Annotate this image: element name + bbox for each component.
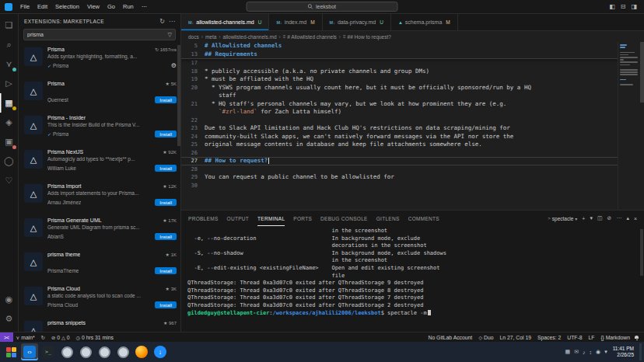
- tray-network-icon[interactable]: ↕: [590, 350, 593, 355]
- app-vscode[interactable]: ‹›: [21, 343, 38, 360]
- toggle-panel-icon[interactable]: ⊟: [621, 3, 626, 10]
- activity-manage[interactable]: ⚙: [0, 309, 19, 329]
- editor-line-5[interactable]: 5# Allowlisted channels: [181, 42, 618, 50]
- menu-edit[interactable]: Edit: [33, 3, 51, 10]
- editor-line-30[interactable]: 30: [181, 182, 618, 190]
- editor[interactable]: 1718* publicly accessible (a.k.a. no pri…: [181, 42, 644, 210]
- editor-line-wrap[interactable]: `#zrl-land` for Zach Latta himself): [181, 108, 618, 117]
- install-button[interactable]: Install: [155, 96, 177, 103]
- extension-prisma-nextjs[interactable]: △Prisma NextJS★ 92KAutomagicly add types…: [19, 145, 180, 179]
- tab-allowlisted-channels-md[interactable]: M↓allowlisted-channels.mdU: [181, 14, 269, 30]
- show-desktop-button[interactable]: [639, 343, 642, 360]
- install-button[interactable]: Install: [155, 131, 177, 137]
- editor-line-19[interactable]: 19* must be affliated with the HQ: [181, 75, 618, 84]
- menu-item[interactable]: ⋯: [138, 3, 152, 10]
- activity-run-and-debug[interactable]: ▷: [0, 74, 19, 93]
- editor-line-21[interactable]: 21 * HQ staff's personal channels may va…: [181, 100, 618, 109]
- extension-prisma-theme[interactable]: △prisma theme★ 1KPrismaThemeInstall: [19, 248, 180, 282]
- install-button[interactable]: Install: [155, 267, 177, 274]
- menu-selection[interactable]: Selection: [51, 3, 83, 10]
- extension-prisma-insider[interactable]: △Prisma - InsiderThis is the Insider Bui…: [19, 111, 180, 145]
- new-terminal-icon[interactable]: +: [582, 216, 585, 221]
- extension-prisma[interactable]: △Prisma★ 5KQuernestInstall: [19, 77, 180, 111]
- editor-line-17[interactable]: 17: [181, 59, 618, 68]
- panel-tab-terminal[interactable]: TERMINAL: [257, 211, 285, 226]
- editor-line-25[interactable]: 25original message contents in database …: [181, 141, 618, 149]
- sync-status[interactable]: ↻: [38, 332, 48, 342]
- minimap[interactable]: [618, 42, 639, 210]
- editor-line-28[interactable]: 28: [181, 165, 618, 174]
- breadcrumb-item-meta[interactable]: meta: [205, 34, 216, 40]
- extension-settings-icon[interactable]: ⚙: [171, 62, 177, 69]
- gitlab-status[interactable]: No GitLab Account: [425, 335, 476, 340]
- terminal-output[interactable]: in the screenshot -e, --no-decoration In…: [181, 226, 644, 332]
- app-terminal[interactable]: >_: [40, 343, 57, 360]
- menu-file[interactable]: File: [16, 3, 33, 10]
- vscode-logo-icon[interactable]: [5, 3, 12, 11]
- activity-github[interactable]: ♡: [0, 171, 19, 190]
- notifications-bell-icon[interactable]: [635, 336, 639, 339]
- editor-line-23[interactable]: 23Due to Slack API limitation and Hack C…: [181, 124, 618, 133]
- refresh-icon[interactable]: ↻: [159, 18, 165, 25]
- panel-tab-comments[interactable]: COMMENTS: [408, 211, 439, 226]
- cursor-position[interactable]: Ln 27, Col 19: [497, 335, 534, 340]
- filter-icon[interactable]: ▽: [168, 32, 172, 38]
- terminal-dropdown-icon[interactable]: ▾: [590, 215, 593, 221]
- eol-status[interactable]: LF: [585, 335, 597, 340]
- editor-line-13[interactable]: 13## Requirements: [181, 50, 618, 59]
- activity-remote-explorer[interactable]: ▣: [0, 132, 19, 151]
- activity-extensions[interactable]: ▦: [0, 93, 19, 113]
- menu-go[interactable]: Go: [103, 3, 119, 10]
- split-terminal-icon[interactable]: ◫: [597, 215, 603, 221]
- activity-ports[interactable]: ◯: [0, 151, 19, 171]
- panel-tab-ports[interactable]: PORTS: [293, 211, 312, 226]
- editor-line-29[interactable]: 29You can request a public channel to be…: [181, 173, 618, 182]
- tray-audio-icon[interactable]: ♪: [583, 350, 586, 355]
- language-status[interactable]: {}Markdown: [597, 335, 633, 340]
- tray-mail-icon[interactable]: ✉: [574, 349, 579, 355]
- tray-expand-icon[interactable]: ▾: [604, 349, 607, 355]
- editor-line-22[interactable]: 22: [181, 117, 618, 125]
- tray-notifications-icon[interactable]: ◉: [596, 349, 600, 355]
- app-utility-2[interactable]: [77, 343, 94, 360]
- install-button[interactable]: Install: [155, 165, 177, 172]
- panel-tab-output[interactable]: OUTPUT: [227, 211, 250, 226]
- menu-run[interactable]: Run: [119, 3, 138, 10]
- app-utility-3[interactable]: [96, 343, 113, 360]
- sidebar-scrollbar[interactable]: [177, 45, 180, 146]
- app-utility-4[interactable]: [114, 343, 131, 360]
- maximize-panel-icon[interactable]: ▴: [626, 215, 629, 221]
- breadcrumb-item-allowlisted-channels[interactable]: ≡# Allowlisted channels: [283, 34, 337, 40]
- tray-input-method-icon[interactable]: ▦: [565, 349, 571, 355]
- activity-source-control[interactable]: ⋎: [0, 54, 19, 74]
- app-launcher[interactable]: [2, 343, 19, 360]
- breadcrumb-item-how-to-request[interactable]: ≡## How to request?: [343, 34, 391, 40]
- terminal-profile-select[interactable]: >spectacle▾: [548, 216, 577, 221]
- duo-status[interactable]: ◇Duo: [475, 335, 496, 340]
- activity-gitlens[interactable]: ◈: [0, 113, 19, 132]
- kill-terminal-icon[interactable]: ⊘: [607, 215, 612, 221]
- tab-schema-prisma[interactable]: ▲schema.prismaM: [391, 14, 458, 30]
- tab-index-md[interactable]: M↓index.mdM: [269, 14, 322, 30]
- menu-view[interactable]: View: [83, 3, 103, 10]
- extension-prisma-generate-uml[interactable]: △Prisma Generate UML★ 17KGenerate UML Di…: [19, 214, 180, 248]
- terminal-scrollbar[interactable]: [640, 229, 643, 276]
- editor-scrollbar[interactable]: [640, 42, 644, 103]
- indentation-status[interactable]: Spaces: 2: [534, 335, 564, 340]
- wakatime-status[interactable]: ◷0 hrs 31 mins: [73, 332, 117, 342]
- panel-tab-problems[interactable]: PROBLEMS: [188, 211, 219, 226]
- editor-line-27[interactable]: 27## How to request?: [181, 157, 618, 165]
- app-downloads[interactable]: ↓: [152, 343, 169, 360]
- extension-prisma-snippets[interactable]: △prisma snippets★ 967: [19, 316, 180, 332]
- panel-more-actions-icon[interactable]: ⋯: [616, 215, 621, 221]
- app-utility-1[interactable]: [58, 343, 75, 360]
- panel-tab-debug-console[interactable]: DEBUG CONSOLE: [320, 211, 368, 226]
- problems-status[interactable]: ⊘0△0: [48, 332, 73, 342]
- panel-tab-gitlens[interactable]: GITLENS: [376, 211, 400, 226]
- extension-prisma[interactable]: △Prisma↻ 1657msAdds syntax highlighting,…: [19, 43, 180, 77]
- editor-line-20[interactable]: 20 * YSWS program channels usually count…: [181, 84, 618, 92]
- extensions-search[interactable]: ▽: [23, 29, 176, 40]
- editor-line-18[interactable]: 18* publicly accessible (a.k.a. no priva…: [181, 68, 618, 76]
- encoding-status[interactable]: UTF-8: [564, 335, 585, 340]
- editor-line-24[interactable]: 24community-built Slack apps, we can't n…: [181, 133, 618, 141]
